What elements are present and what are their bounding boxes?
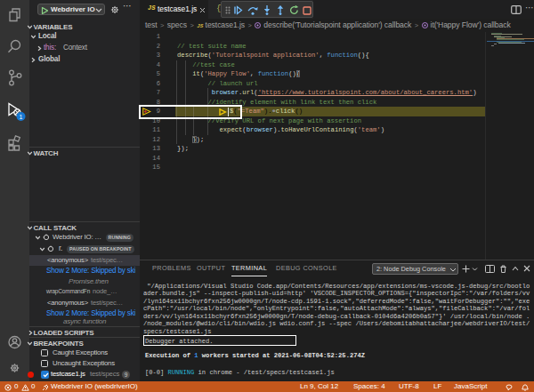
svg-text:1: 1 [20, 114, 23, 120]
